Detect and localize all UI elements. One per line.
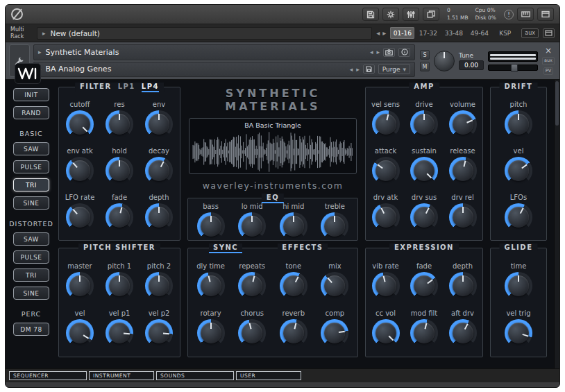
multi-preset-selector[interactable]: ▸ New (default) [37,27,372,40]
rack-scrollbar[interactable] [554,80,559,368]
prev-patch-arrow[interactable]: ◂ [350,66,353,73]
knob-attack[interactable]: attack [367,147,405,185]
save-button[interactable] [362,8,379,21]
minimize-view-button[interactable] [537,8,554,21]
knob-depth[interactable]: depth [444,262,482,300]
knob-fade[interactable]: fade [405,262,443,300]
knob-hold[interactable]: hold [101,147,138,185]
knob-drv-rel[interactable]: drv rel [444,194,482,231]
knob-master[interactable]: master [61,262,99,300]
rack-page-33-48[interactable]: 33-48 [441,27,466,39]
rack-page-17-32[interactable]: 17-32 [416,27,440,39]
knob-sustain[interactable]: sustain [405,147,443,185]
knob-repeats[interactable]: repeats [233,262,271,300]
snapshot-button[interactable] [383,48,395,57]
sidebar-button-rand[interactable]: RAND [13,106,49,119]
sidebar-button-saw[interactable]: SAW [13,232,49,246]
instrument-title-row[interactable]: ▸ Synthetic Materials ◂ ▸ [33,44,415,60]
knob-lfo-rate[interactable]: LFO rate [61,194,99,231]
knob-pitch-1[interactable]: pitch 1 [101,262,138,300]
knob-drv-sus[interactable]: drv sus [405,194,443,231]
mute-button[interactable]: M [420,62,430,71]
knob-cutoff[interactable]: cutoff [61,101,99,138]
knob-env-atk[interactable]: env atk [61,147,99,185]
bottom-tab-instrument[interactable]: INSTRUMENT [89,371,154,380]
knob-vib-rate[interactable]: vib rate [367,262,405,300]
knob-fade[interactable]: fade [101,194,138,231]
filter-mode-lp1[interactable]: LP1 [118,83,135,90]
next-page-arrow[interactable]: ▸ [382,29,386,37]
knob-bass[interactable]: bass [192,203,230,240]
prev-page-arrow[interactable]: ◂ [376,29,380,37]
tune-knob[interactable] [434,51,455,71]
purge-dropdown[interactable]: Purge ▾ [378,64,410,74]
performance-view-button[interactable]: PV [543,67,553,75]
filter-mode-lp4[interactable]: LP4 [142,83,159,92]
bottom-tab-user[interactable]: USER [236,371,301,380]
expand-icon[interactable]: ▸ [42,30,46,37]
options-button[interactable] [382,8,399,21]
close-instrument-button[interactable]: × [545,46,552,55]
sidebar-button-init[interactable]: INIT [13,88,49,101]
knob-mod-filt[interactable]: mod filt [405,309,443,347]
pan-slider-handle[interactable] [511,64,518,72]
rack-page-01-16[interactable]: 01-16 [390,27,414,39]
sidebar-button-dm-78[interactable]: DM 78 [13,323,49,336]
knob-drv-atk[interactable]: drv atk [367,194,405,231]
prev-instrument-arrow[interactable]: ◂ [370,49,373,56]
aux-button[interactable]: aux [521,28,539,38]
knob-res[interactable]: res [101,101,138,138]
sidebar-button-sine[interactable]: SINE [13,287,49,300]
next-patch-arrow[interactable]: ▸ [356,66,360,73]
knob-decay[interactable]: decay [140,147,178,185]
sidebar-button-pulse[interactable]: PULSE [13,250,49,264]
knob-cc-vol[interactable]: cc vol [367,309,405,347]
knob-chorus[interactable]: chorus [233,309,271,347]
keyboard-button[interactable] [517,8,534,21]
knob-pitch-2[interactable]: pitch 2 [140,262,178,300]
bottom-tab-sounds[interactable]: SOUNDS [156,371,234,380]
info-button[interactable] [398,48,410,57]
knob-aft-drv[interactable]: aft drv [444,309,482,347]
knob-vel[interactable]: vel [500,147,537,185]
pan-slider[interactable] [488,65,538,71]
knob-comp[interactable]: comp [316,309,353,347]
knob-volume[interactable]: volume [444,101,482,138]
knob-depth[interactable]: depth [140,194,178,231]
knob-drive[interactable]: drive [405,101,443,138]
knob-hi-mid[interactable]: hi mid [275,203,312,240]
knob-treble[interactable]: treble [316,203,353,240]
knob-rotary[interactable]: rotary [192,309,230,347]
knob-vel[interactable]: vel [61,309,99,347]
aux-send-button[interactable]: aux [542,57,555,65]
sidebar-button-sine[interactable]: SINE [13,196,49,210]
bottom-tab-sequencer[interactable]: SEQUENCER [9,371,87,380]
scrollbar-thumb[interactable] [555,81,559,126]
sidebar-button-tri[interactable]: TRI [13,269,49,282]
knob-release[interactable]: release [444,147,482,185]
knob-dly-time[interactable]: dly time [192,262,230,300]
knob-time[interactable]: time [500,262,537,300]
knob-vel-trig[interactable]: vel trig [500,309,537,347]
sidebar-button-tri[interactable]: TRI [13,178,49,191]
knob-lfos[interactable]: LFOs [500,194,537,231]
website-link[interactable]: waverley-instruments.com [187,180,358,191]
browser-view-button[interactable] [423,8,439,21]
knob-vel-p2[interactable]: vel p2 [140,309,178,347]
patch-title-row[interactable]: ▸ BA Analog Genes ◂ ▸ Purge ▾ [33,62,415,78]
rack-page-49-64[interactable]: 49-64 [467,27,491,39]
knob-vel-sens[interactable]: vel sens [367,101,405,138]
sync-title[interactable]: SYNC [209,244,242,253]
knob-reverb[interactable]: reverb [275,309,312,347]
solo-button[interactable]: S [420,50,430,60]
collapse-icon[interactable]: ▸ [38,49,42,56]
knob-lo-mid[interactable]: lo mid [233,203,271,240]
mixer-view-button[interactable] [403,8,419,21]
sidebar-button-pulse[interactable]: PULSE [13,160,49,173]
knob-mix[interactable]: mix [316,262,353,300]
sidebar-button-saw[interactable]: SAW [13,142,49,155]
save-patch-button[interactable] [363,65,375,74]
knob-pitch[interactable]: pitch [500,101,537,138]
output-button[interactable] [543,28,555,38]
warning-icon[interactable]: ! [504,10,514,19]
